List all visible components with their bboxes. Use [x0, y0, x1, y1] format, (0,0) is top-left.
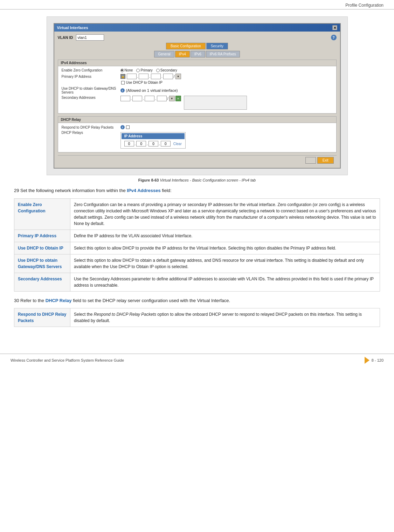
sec-ip-dot1: .	[131, 97, 132, 101]
dialog-title: Virtual Interfaces	[57, 26, 88, 30]
def-cell: Define the IP address for the VLAN assoc…	[70, 230, 380, 242]
use-dhcp-gateway-row: Use DHCP to obtain Gateway/DNS Servers i…	[62, 87, 333, 94]
ip-dot3: .	[161, 75, 163, 79]
screenshot-container: Virtual Interfaces ✕ VLAN ID vlan1 ? Bas…	[47, 16, 348, 175]
vlan-id-row: VLAN ID vlan1 ?	[58, 34, 337, 41]
table-row: Respond to DHCP Relay PacketsSelect the …	[14, 308, 380, 327]
def-cell: Select this option to allow DHCP to prov…	[70, 242, 380, 254]
info-icon: i	[120, 88, 125, 93]
ip-dot1: .	[137, 75, 138, 79]
back-button[interactable]	[305, 157, 316, 164]
sec-ip-seg1[interactable]	[120, 96, 130, 101]
exit-button[interactable]: Exit	[317, 157, 334, 164]
sec-ip-dropdown[interactable]: ▼	[169, 96, 175, 101]
dhcp-relay-row: . . . Clear	[122, 140, 185, 148]
dhcp-relay-ip-cell: . . . Clear	[122, 140, 185, 148]
table-row: Secondary AddressesUse the Secondary Add…	[14, 273, 380, 291]
vlan-id-value: vlan1	[76, 34, 104, 41]
sec-ip-seg3[interactable]	[145, 96, 154, 101]
body-text-30-end: field to set the DHCP relay server confi…	[72, 298, 230, 303]
tab-basic-configuration[interactable]: Basic Configuration	[166, 43, 206, 49]
clear-button[interactable]: Clear	[173, 142, 182, 146]
page-header: Profile Configuration	[0, 0, 394, 9]
dhcp-relay-ip-row: . . . Clear	[124, 141, 182, 146]
term-cell: Secondary Addresses	[14, 273, 70, 291]
radio-primary-label: Primary	[140, 68, 152, 72]
dhcp-dot2: .	[147, 142, 148, 146]
ip-seg4[interactable]	[163, 74, 173, 79]
def-cell: Select the Respond to DHCP Relay Packets…	[70, 308, 380, 327]
radio-secondary-label: Secondary	[160, 68, 177, 72]
figure-caption: Figure 8-63 Virtual Interfaces - Basic C…	[14, 178, 380, 182]
term-cell: Respond to DHCP Relay Packets	[14, 308, 70, 327]
ip-slash: /	[174, 75, 175, 79]
ip-dropdown[interactable]: ▼	[175, 74, 181, 79]
tab-ipv4[interactable]: IPv4	[175, 51, 190, 57]
dhcp-relays-table: IP Address .	[120, 132, 186, 149]
def-cell: Zero Configuration can be a means of pro…	[70, 198, 380, 230]
radio-primary-circle	[136, 69, 140, 72]
body-text-29-highlight: IPv4 Addresses	[127, 188, 160, 193]
header-title: Profile Configuration	[345, 3, 383, 8]
dhcp-gateway-note: (Allowed on 1 virtual interface)	[126, 88, 178, 93]
table-30: Respond to DHCP Relay PacketsSelect the …	[14, 308, 380, 327]
respond-dhcp-relay-controls: i	[120, 125, 130, 129]
sec-ip-dot3: .	[155, 97, 156, 101]
body-text-30-highlight: DHCP Relay	[46, 298, 72, 303]
footer-left: Wireless Controller and Service Platform…	[11, 358, 124, 362]
ip-seg2[interactable]	[139, 74, 148, 79]
def-cell: Use the Secondary Addresses parameter to…	[70, 273, 380, 291]
table-row: Use DHCP to obtain Gateway/DNS ServersSe…	[14, 254, 380, 273]
use-dhcp-obtain-ip-checkbox[interactable]	[121, 81, 125, 84]
table-row: Use DHCP to Obtain IPSelect this option …	[14, 242, 380, 254]
dialog-body: VLAN ID vlan1 ? Basic Configuration Secu…	[54, 32, 340, 168]
table-29: Enable Zero ConfigurationZero Configurat…	[14, 198, 380, 292]
respond-info-icon: i	[120, 125, 125, 129]
dhcp-ip-seg2[interactable]	[136, 141, 146, 146]
body-text-29-start: 29 Set the following network information…	[14, 188, 127, 193]
sec-ip-seg4[interactable]	[157, 96, 167, 101]
respond-dhcp-checkbox[interactable]	[126, 125, 130, 129]
enable-zero-config-controls: None Primary Secondary	[120, 68, 177, 72]
close-icon[interactable]: ✕	[332, 25, 337, 30]
ip-seg1[interactable]	[127, 74, 137, 79]
help-icon[interactable]: ?	[331, 35, 337, 40]
lock-icon: 🔒	[120, 74, 125, 79]
body-text-30-start: 30 Refer to the	[14, 298, 46, 303]
respond-dhcp-relay-row: Respond to DHCP Relay Packets i	[62, 125, 333, 129]
primary-ip-input[interactable]: . . . / ▼	[127, 74, 181, 79]
body-text-29-end: field:	[161, 188, 172, 193]
tab-security[interactable]: Security	[206, 43, 228, 49]
dhcp-ip-seg3[interactable]	[148, 141, 158, 146]
body-text-29: 29 Set the following network information…	[14, 187, 380, 194]
dhcp-ip-seg4[interactable]	[161, 141, 171, 146]
secondary-ip-input[interactable]: . . . / ▼	[120, 96, 175, 101]
use-dhcp-gateway-controls: i (Allowed on 1 virtual interface)	[120, 88, 178, 93]
radio-secondary[interactable]: Secondary	[156, 68, 177, 72]
sec-ip-seg2[interactable]	[132, 96, 142, 101]
secondary-addresses-row: Secondary Addresses . . .	[62, 96, 333, 110]
ip-seg3[interactable]	[151, 74, 161, 79]
dhcp-dot3: .	[159, 142, 160, 146]
dhcp-relays-row: DHCP Relays IP Address	[62, 131, 333, 149]
tab-ipv6-ra-prefixes[interactable]: IPv6 RA Prefixes	[206, 51, 240, 57]
footer-right: 8 - 120	[372, 358, 383, 362]
tab-ipv6[interactable]: IPv6	[191, 51, 205, 57]
figure-text: Virtual Interfaces - Basic Configuration…	[160, 178, 256, 182]
body-text-30: 30 Refer to the DHCP Relay field to set …	[14, 297, 380, 304]
radio-none[interactable]: None	[120, 68, 133, 72]
main-tab-bar: Basic Configuration Security	[58, 43, 337, 49]
secondary-addresses-list	[184, 96, 247, 110]
respond-dhcp-relay-label: Respond to DHCP Relay Packets	[62, 125, 118, 129]
dhcp-ip-seg1[interactable]	[124, 141, 134, 146]
radio-primary[interactable]: Primary	[136, 68, 152, 72]
dhcp-relays-label: DHCP Relays	[62, 131, 118, 135]
dhcp-relays-table-container: IP Address .	[120, 131, 186, 149]
dhcp-relay-section: DHCP Relay Respond to DHCP Relay Packets…	[58, 116, 337, 152]
dialog-footer: Exit	[58, 155, 337, 165]
def-cell: Select this option to allow DHCP to obta…	[70, 254, 380, 273]
zero-config-radio-group: None Primary Secondary	[120, 68, 177, 72]
secondary-addresses-label: Secondary Addresses	[62, 96, 118, 100]
tab-general[interactable]: General	[154, 51, 174, 57]
add-secondary-address-button[interactable]: +	[175, 96, 181, 101]
